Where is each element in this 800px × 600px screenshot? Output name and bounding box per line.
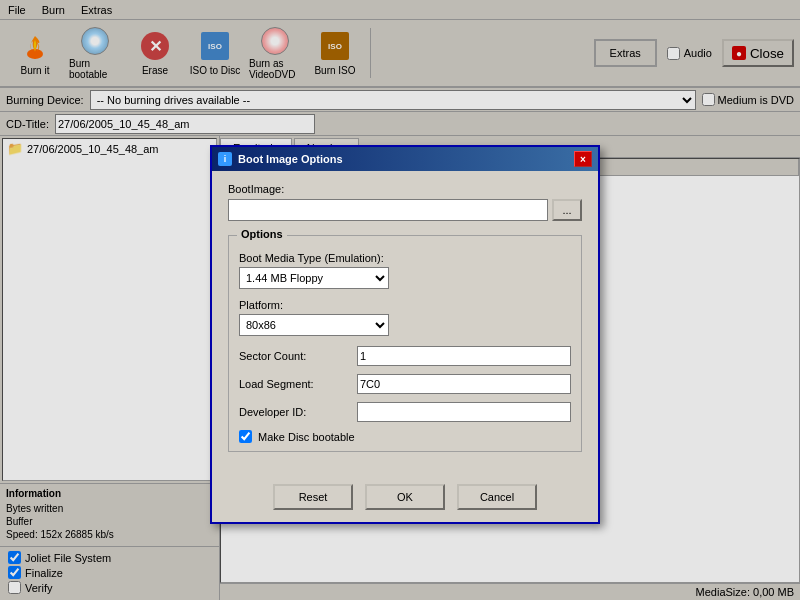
developer-id-input[interactable]: [357, 402, 571, 422]
dialog-close-button[interactable]: ×: [574, 151, 592, 167]
dialog-titlebar: i Boot Image Options ×: [212, 147, 598, 171]
browse-button[interactable]: ...: [552, 199, 582, 221]
dialog-body: BootImage: ... Options Boot Media Type (…: [212, 171, 598, 476]
options-group-legend: Options: [237, 228, 287, 240]
dialog-footer: Reset OK Cancel: [212, 476, 598, 522]
boot-media-type-section: Boot Media Type (Emulation): 1.44 MB Flo…: [239, 252, 571, 289]
bootimage-row: ...: [228, 199, 582, 221]
boot-media-type-label: Boot Media Type (Emulation):: [239, 252, 571, 264]
bootimage-label: BootImage:: [228, 183, 582, 195]
modal-overlay: i Boot Image Options × BootImage: ... Op…: [0, 0, 800, 600]
bootable-label: Make Disc bootable: [258, 431, 355, 443]
boot-media-type-select[interactable]: 1.44 MB Floppy No Emulation 1.2 MB Flopp…: [239, 267, 389, 289]
bootable-row: Make Disc bootable: [239, 430, 571, 443]
sector-count-label: Sector Count:: [239, 350, 349, 362]
reset-button[interactable]: Reset: [273, 484, 353, 510]
developer-id-row: Developer ID:: [239, 402, 571, 422]
ok-button[interactable]: OK: [365, 484, 445, 510]
load-segment-label: Load Segment:: [239, 378, 349, 390]
options-group: Options Boot Media Type (Emulation): 1.4…: [228, 235, 582, 452]
cancel-button[interactable]: Cancel: [457, 484, 537, 510]
dialog-title-icon: i: [218, 152, 232, 166]
platform-section: Platform: 80x86 PowerPC Mac: [239, 299, 571, 336]
bootimage-input[interactable]: [228, 199, 548, 221]
dialog-title: Boot Image Options: [238, 153, 343, 165]
developer-id-label: Developer ID:: [239, 406, 349, 418]
fields-section: Sector Count: Load Segment: Developer ID…: [239, 346, 571, 422]
load-segment-row: Load Segment:: [239, 374, 571, 394]
sector-count-row: Sector Count:: [239, 346, 571, 366]
platform-select[interactable]: 80x86 PowerPC Mac: [239, 314, 389, 336]
sector-count-input[interactable]: [357, 346, 571, 366]
dialog-title-left: i Boot Image Options: [218, 152, 343, 166]
boot-image-dialog: i Boot Image Options × BootImage: ... Op…: [210, 145, 600, 524]
platform-label: Platform:: [239, 299, 571, 311]
load-segment-input[interactable]: [357, 374, 571, 394]
bootable-checkbox[interactable]: [239, 430, 252, 443]
